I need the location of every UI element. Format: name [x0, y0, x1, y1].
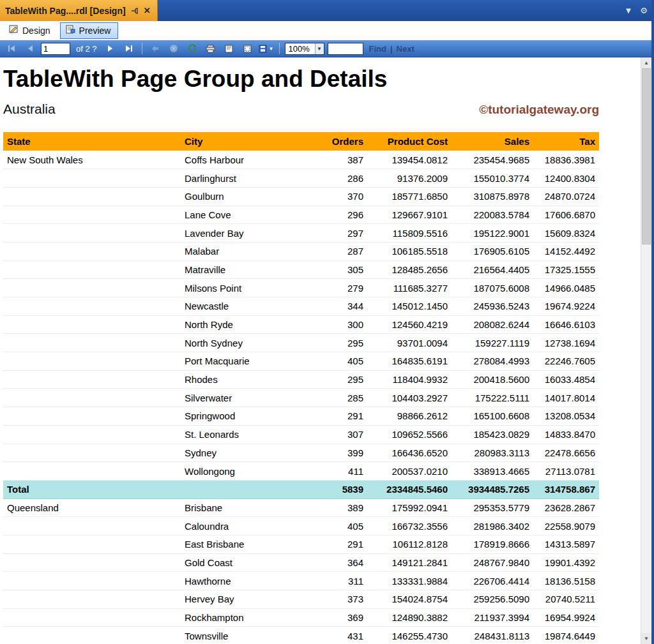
- orders-cell: 373: [303, 590, 367, 609]
- sales-cell: 235454.9685: [452, 151, 533, 169]
- pin-icon[interactable]: [131, 7, 139, 15]
- state-cell: [3, 370, 181, 389]
- preview-icon: [66, 25, 75, 36]
- city-cell: [181, 480, 303, 498]
- state-cell: [3, 242, 181, 260]
- table-row: Hervey Bay373154024.8754259256.509020740…: [3, 590, 599, 609]
- table-row: Rhodes295118404.9932200418.560016033.485…: [3, 370, 599, 389]
- tax-cell: 19674.9224: [533, 297, 599, 316]
- last-page-button[interactable]: [121, 42, 137, 56]
- mode-tab-bar: Design Preview: [0, 21, 654, 40]
- titlebar-controls: ▼ ⚙: [624, 0, 654, 21]
- gear-icon[interactable]: ⚙: [640, 6, 648, 15]
- tax-cell: 314758.867: [533, 480, 599, 498]
- export-button[interactable]: ▼: [259, 42, 274, 56]
- sales-cell: 295353.5779: [452, 498, 533, 517]
- stop-rendering-button[interactable]: [166, 42, 181, 56]
- cost-cell: 200537.0210: [367, 462, 452, 481]
- next-page-button[interactable]: [103, 42, 118, 56]
- report-title: TableWith Page Group and Details: [3, 66, 641, 93]
- state-cell: [3, 553, 181, 572]
- first-page-button[interactable]: [4, 42, 19, 56]
- city-cell: St. Leonards: [181, 425, 303, 444]
- cost-cell: 118404.9932: [367, 370, 452, 389]
- column-header-sales: Sales: [452, 132, 533, 151]
- sales-cell: 178919.8666: [452, 535, 533, 553]
- state-cell: Queensland: [3, 498, 181, 517]
- state-cell: [3, 407, 181, 426]
- toolbar-separator: [279, 43, 280, 54]
- city-cell: Springwood: [181, 407, 303, 426]
- find-link[interactable]: Find: [369, 44, 386, 54]
- export-dropdown-caret[interactable]: ▼: [269, 46, 274, 52]
- cost-cell: 154024.8754: [367, 590, 452, 609]
- sales-cell: 185423.0829: [452, 425, 533, 444]
- tax-cell: 14966.0485: [533, 279, 599, 297]
- tab-design[interactable]: Design: [3, 22, 58, 39]
- sales-cell: 259256.5090: [452, 590, 533, 609]
- sales-cell: 248431.8113: [452, 627, 533, 644]
- tax-cell: 16954.9924: [533, 608, 599, 627]
- table-row: Springwood29198866.2612165100.660813208.…: [3, 407, 599, 426]
- table-row: North Ryde300124560.4219208082.624416646…: [3, 315, 599, 334]
- state-cell: [3, 627, 181, 644]
- page-setup-button[interactable]: [240, 42, 255, 56]
- state-cell: [3, 279, 181, 297]
- tax-cell: 12400.8304: [533, 169, 599, 188]
- zoom-value: 100%: [285, 44, 315, 54]
- vertical-scrollbar[interactable]: ▲ ▼: [641, 57, 651, 644]
- orders-cell: 300: [303, 315, 367, 334]
- refresh-button[interactable]: [185, 42, 200, 56]
- tax-cell: 22558.9079: [533, 517, 599, 535]
- document-tab[interactable]: TableWith Pag....rdl [Design] ✕: [0, 0, 158, 21]
- sales-cell: 220083.5784: [452, 206, 533, 224]
- table-row: Sydney399166436.6520280983.311322478.665…: [3, 444, 599, 462]
- tax-cell: 13208.0534: [533, 407, 599, 426]
- back-to-parent-button[interactable]: [148, 42, 163, 56]
- next-link[interactable]: Next: [397, 44, 414, 54]
- tab-preview[interactable]: Preview: [60, 22, 119, 39]
- city-cell: Newcastle: [181, 297, 303, 316]
- print-button[interactable]: [203, 42, 218, 56]
- tax-cell: 22478.6656: [533, 444, 599, 462]
- state-cell: [3, 315, 181, 334]
- tax-cell: 14313.5897: [533, 535, 599, 553]
- state-cell: [3, 187, 181, 206]
- tax-cell: 24870.0724: [533, 187, 599, 206]
- design-icon: [9, 25, 19, 36]
- state-cell: [3, 608, 181, 627]
- orders-cell: 344: [303, 297, 367, 316]
- state-cell: [3, 297, 181, 316]
- tax-cell: 20740.5211: [533, 590, 599, 609]
- close-icon[interactable]: ✕: [144, 6, 151, 15]
- scroll-up-icon[interactable]: ▲: [641, 57, 651, 68]
- orders-cell: 364: [303, 553, 367, 572]
- zoom-dropdown[interactable]: 100% ▼: [285, 43, 324, 55]
- state-cell: [3, 224, 181, 243]
- sales-cell: 211937.3994: [452, 608, 533, 627]
- tax-cell: 19874.6449: [533, 627, 599, 644]
- scrollbar-thumb[interactable]: [642, 68, 651, 244]
- city-cell: Port Macquarie: [181, 352, 303, 371]
- find-input[interactable]: [328, 43, 363, 55]
- city-cell: Lavender Bay: [181, 224, 303, 243]
- table-row: Malabar287106185.5518176905.610514152.44…: [3, 242, 599, 260]
- state-cell: Total: [3, 480, 181, 498]
- scroll-down-icon[interactable]: ▼: [641, 633, 651, 644]
- page-number-input[interactable]: [41, 43, 70, 55]
- sales-cell: 310875.8978: [452, 187, 533, 206]
- chevron-down-icon[interactable]: ▼: [624, 6, 632, 15]
- sales-cell: 165100.6608: [452, 407, 533, 426]
- report-preview-area: TableWith Page Group and Details Austral…: [0, 57, 641, 644]
- table-row: Rockhampton369124890.3882211937.39941695…: [3, 608, 599, 627]
- cost-cell: 146255.4730: [367, 627, 452, 644]
- cost-cell: 109652.5566: [367, 425, 452, 444]
- city-cell: Townsville: [181, 627, 303, 644]
- sales-cell: 280983.3113: [452, 444, 533, 462]
- previous-page-button[interactable]: [22, 42, 38, 56]
- print-layout-button[interactable]: [222, 42, 237, 56]
- zoom-caret-icon[interactable]: ▼: [315, 43, 324, 54]
- orders-cell: 285: [303, 389, 367, 407]
- table-row: Silverwater285104403.2927175222.51111401…: [3, 389, 599, 407]
- tax-cell: 27113.0781: [533, 462, 599, 481]
